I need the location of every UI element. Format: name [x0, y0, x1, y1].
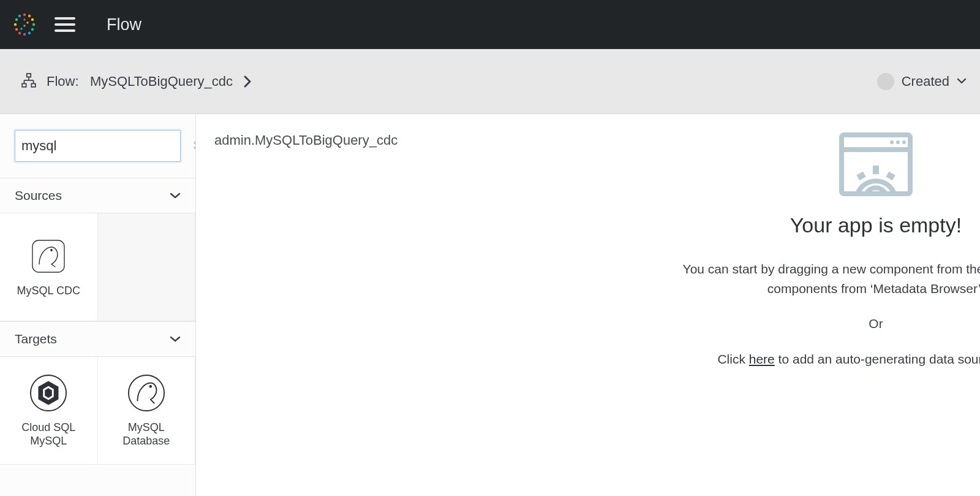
svg-point-33 — [149, 386, 151, 387]
svg-rect-21 — [31, 83, 36, 86]
status-indicator-icon — [877, 73, 894, 90]
section-targets-header[interactable]: Targets — [0, 321, 195, 357]
target-tile-mysql-database[interactable]: MySQL Database — [98, 357, 196, 465]
svg-point-32 — [129, 375, 164, 411]
empty-cta: Click here to add an auto-generating dat… — [576, 349, 980, 369]
topbar: Flow — [0, 0, 980, 49]
svg-point-2 — [31, 18, 34, 21]
flow-canvas[interactable]: admin.MySQLToBigQuery_cdc Your app — [196, 114, 980, 496]
add-source-link[interactable]: here — [749, 352, 775, 366]
empty-text: You can start by dragging a new componen… — [576, 259, 980, 298]
chevron-right-icon[interactable] — [243, 75, 252, 88]
svg-point-0 — [23, 13, 26, 16]
svg-point-37 — [896, 140, 900, 144]
svg-point-36 — [890, 140, 894, 144]
chevron-down-icon — [957, 76, 967, 87]
status-label: Created — [902, 74, 949, 90]
svg-rect-20 — [22, 83, 26, 86]
tile-label: Cloud SQL MySQL — [21, 421, 75, 448]
section-sources-label: Sources — [15, 188, 62, 203]
svg-point-6 — [23, 33, 26, 36]
svg-rect-40 — [856, 172, 865, 181]
breadcrumb-strip: Flow: MySQLToBigQuery_cdc Created — [0, 49, 980, 114]
svg-point-3 — [32, 23, 35, 26]
svg-point-14 — [23, 25, 26, 27]
svg-point-12 — [23, 18, 26, 21]
flow-icon — [21, 72, 37, 91]
empty-heading: Your app is empty! — [576, 213, 980, 237]
mysql-icon — [127, 373, 166, 413]
svg-point-11 — [18, 15, 21, 17]
svg-point-7 — [18, 32, 21, 34]
svg-point-8 — [15, 28, 18, 31]
svg-rect-34 — [842, 135, 910, 194]
empty-state: Your app is empty! You can start by drag… — [576, 132, 980, 387]
svg-rect-26 — [32, 240, 64, 272]
breadcrumb[interactable]: Flow: MySQLToBigQuery_cdc — [47, 74, 233, 90]
tile-label: MySQL CDC — [17, 284, 80, 298]
cloudsql-icon — [29, 373, 68, 413]
clear-search-icon[interactable]: ✖ — [190, 138, 196, 154]
svg-point-9 — [14, 23, 17, 26]
empty-app-icon — [576, 132, 980, 196]
menu-icon[interactable] — [53, 12, 77, 37]
svg-point-4 — [31, 28, 34, 31]
svg-point-10 — [15, 18, 18, 21]
svg-point-27 — [51, 250, 52, 251]
svg-rect-41 — [886, 172, 895, 181]
tile-label: MySQL Database — [123, 421, 170, 448]
svg-point-13 — [26, 21, 29, 24]
section-targets-label: Targets — [15, 332, 57, 346]
search-input[interactable] — [21, 138, 190, 154]
search-input-wrapper[interactable]: ✖ — [15, 130, 181, 162]
target-tile-cloudsql-mysql[interactable]: Cloud SQL MySQL — [0, 357, 98, 465]
svg-point-15 — [20, 28, 23, 30]
section-sources-header[interactable]: Sources — [0, 178, 195, 213]
component-sidebar: ✖ Sources MySQL CDC — [0, 114, 196, 496]
svg-marker-31 — [45, 389, 51, 397]
breadcrumb-prefix: Flow: — [47, 74, 79, 89]
empty-tile — [98, 213, 196, 321]
status-dropdown[interactable]: Created — [877, 73, 967, 90]
mysql-icon — [29, 237, 68, 276]
page-title: Flow — [107, 15, 141, 34]
chevron-down-icon — [170, 189, 181, 202]
svg-rect-39 — [873, 166, 879, 174]
chevron-down-icon — [170, 333, 181, 346]
svg-point-1 — [28, 15, 31, 17]
breadcrumb-flow-name: MySQLToBigQuery_cdc — [90, 74, 233, 89]
app-logo — [11, 11, 38, 38]
svg-point-5 — [28, 32, 31, 34]
svg-point-38 — [902, 140, 906, 144]
svg-rect-19 — [27, 74, 31, 77]
empty-or: Or — [576, 316, 980, 331]
source-tile-mysql-cdc[interactable]: MySQL CDC — [0, 213, 98, 321]
